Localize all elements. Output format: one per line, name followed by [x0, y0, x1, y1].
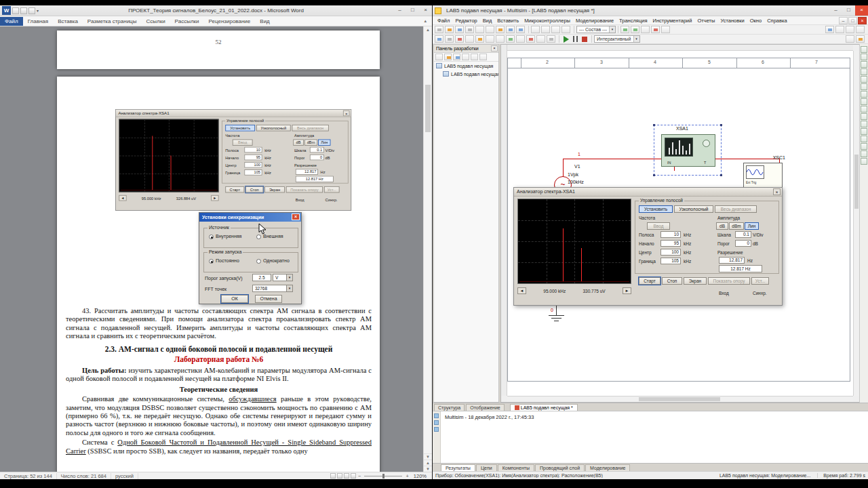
- menu-reports[interactable]: Отчеты: [695, 18, 718, 24]
- tab-components[interactable]: Компоненты: [498, 464, 534, 471]
- toolbox-tab-hierarchy[interactable]: Структура: [434, 404, 465, 411]
- qat-dropdown-icon[interactable]: ▾: [37, 8, 39, 13]
- place-source-icon[interactable]: [435, 35, 443, 43]
- multimeter-icon[interactable]: [861, 46, 867, 53]
- scrollbar-thumb[interactable]: [425, 85, 431, 132]
- hierarchy-icon[interactable]: [462, 54, 469, 60]
- zoom-full-icon[interactable]: [561, 26, 570, 33]
- view-print-icon[interactable]: [330, 473, 336, 479]
- tab-file[interactable]: Файл: [0, 17, 23, 26]
- close-icon[interactable]: ×: [773, 188, 781, 195]
- menu-transfer[interactable]: Трансляция: [616, 18, 650, 24]
- log-icon[interactable]: [434, 427, 439, 432]
- in-use-list[interactable]: --- Состав --- ▾: [576, 26, 616, 33]
- tab-layout[interactable]: Разметка страницы: [83, 17, 142, 26]
- tab-nets[interactable]: Цепи: [476, 464, 497, 471]
- undo-icon[interactable]: [20, 7, 27, 14]
- close-button[interactable]: ×: [855, 5, 868, 16]
- selection-handle[interactable]: [653, 124, 655, 126]
- ok-button[interactable]: ОК: [221, 295, 248, 303]
- show-ref-button[interactable]: Показать опору: [708, 277, 750, 285]
- border-icon[interactable]: [856, 26, 865, 33]
- tab-view[interactable]: Вид: [255, 17, 274, 26]
- logic-analyzer-icon[interactable]: [861, 106, 867, 113]
- screen-button[interactable]: Экран: [684, 277, 707, 285]
- scroll-up-icon[interactable]: ▲: [424, 26, 432, 33]
- zoom-out-icon[interactable]: [541, 26, 550, 33]
- save-icon[interactable]: [455, 26, 464, 33]
- minimize-button[interactable]: –: [829, 5, 842, 16]
- cut-icon[interactable]: [475, 26, 484, 33]
- measurement-probe-icon[interactable]: [861, 158, 867, 165]
- radio-continuous[interactable]: [209, 259, 214, 264]
- analyzer-titlebar[interactable]: Анализатор спектра-XSA1: [514, 188, 782, 197]
- selection-handle[interactable]: [653, 174, 655, 176]
- maximize-button[interactable]: □: [842, 5, 855, 16]
- narrowband-button[interactable]: Узкополосный: [674, 205, 713, 213]
- zoom-in-button[interactable]: +: [403, 473, 410, 479]
- logic-converter-icon[interactable]: [861, 113, 867, 120]
- collapse-icon[interactable]: [479, 54, 487, 60]
- iv-analyzer-icon[interactable]: [861, 121, 867, 127]
- menu-file[interactable]: Файл: [435, 18, 452, 24]
- place-diode-icon[interactable]: [455, 35, 464, 43]
- ground-symbol[interactable]: [549, 315, 564, 316]
- new-sheet-icon[interactable]: [435, 54, 443, 60]
- v1-refdes[interactable]: V1: [574, 164, 580, 169]
- grapher-icon[interactable]: [620, 26, 629, 33]
- place-cmos-icon[interactable]: [496, 35, 505, 43]
- save-sheet-icon[interactable]: [453, 54, 460, 60]
- chevron-down-icon[interactable]: ▾: [286, 274, 292, 281]
- ref-value[interactable]: 0: [735, 240, 751, 247]
- enter-button[interactable]: Ввод: [647, 222, 670, 230]
- menu-tools[interactable]: Инструментарий: [650, 18, 694, 24]
- place-power-icon[interactable]: [536, 35, 545, 43]
- probe-icon[interactable]: [856, 35, 865, 43]
- paste-icon[interactable]: [496, 26, 505, 33]
- tab-mailings[interactable]: Рассылки: [170, 17, 204, 26]
- scrollbar-thumb[interactable]: [854, 155, 859, 209]
- menu-options[interactable]: Установки: [717, 18, 747, 24]
- wizard-icon[interactable]: [846, 35, 854, 43]
- stop-simulation-icon[interactable]: [582, 37, 587, 42]
- zoom-slider[interactable]: [364, 476, 402, 476]
- document-tab[interactable]: LAB5 подавл несущая *: [510, 404, 578, 411]
- radio-single[interactable]: [256, 259, 261, 264]
- view-outline-icon[interactable]: [351, 473, 356, 479]
- next-page-icon[interactable]: ▼: [424, 466, 432, 472]
- postprocessor-icon[interactable]: [641, 26, 650, 33]
- erc-icon[interactable]: [651, 26, 660, 33]
- log-icon[interactable]: [434, 420, 439, 425]
- status-page[interactable]: Страница: 52 из 144: [0, 473, 57, 479]
- doc-close-button[interactable]: ×: [858, 17, 867, 24]
- net-label-0[interactable]: 0: [551, 308, 553, 312]
- xsa1-selection-box[interactable]: XSA1 IN: [654, 125, 722, 176]
- tree-item-root[interactable]: LAB5 подавл несущая: [434, 62, 498, 70]
- zoom-out-button[interactable]: −: [356, 473, 363, 479]
- close-icon[interactable]: ×: [491, 45, 498, 52]
- menu-help[interactable]: Справка: [764, 18, 789, 24]
- selection-handle[interactable]: [720, 124, 722, 126]
- tab-insert[interactable]: Вставка: [53, 17, 83, 26]
- fft-select[interactable]: 32768 ▾: [252, 285, 293, 292]
- center-value[interactable]: 100: [660, 249, 681, 256]
- dbm-button[interactable]: dBm: [729, 222, 744, 230]
- distortion-analyzer-icon[interactable]: [861, 128, 867, 135]
- cancel-button[interactable]: Отмена: [255, 295, 282, 303]
- transfer-icon[interactable]: [661, 26, 670, 33]
- simulation-mode-select[interactable]: Интерактивный ▾: [594, 35, 640, 43]
- settings-button[interactable]: Уст...: [751, 277, 769, 285]
- tab-home[interactable]: Главная: [23, 17, 53, 26]
- redo-icon[interactable]: [28, 7, 35, 14]
- tab-copper-layers[interactable]: Проводящий слой: [535, 464, 585, 471]
- log-icon[interactable]: [434, 413, 439, 418]
- place-indicator-icon[interactable]: [526, 35, 535, 43]
- wire[interactable]: [563, 159, 564, 177]
- wattmeter-icon[interactable]: [861, 61, 867, 68]
- place-ttl-icon[interactable]: [486, 35, 494, 43]
- end-value[interactable]: 105: [660, 258, 681, 264]
- menu-mcu[interactable]: Микроконтроллеры: [521, 18, 573, 24]
- zoom-fit-icon[interactable]: [551, 26, 560, 33]
- oscilloscope-icon[interactable]: [861, 68, 867, 75]
- place-misc-digital-icon[interactable]: [506, 35, 515, 43]
